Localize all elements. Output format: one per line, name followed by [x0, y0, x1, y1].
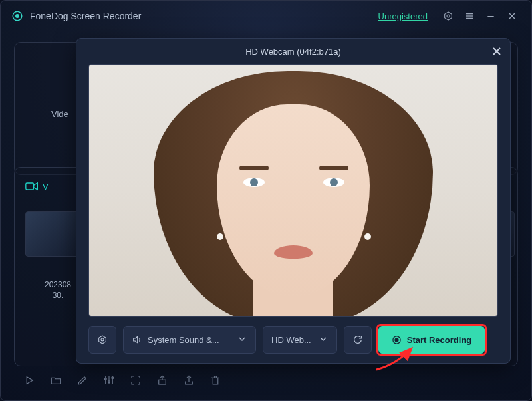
- webcam-preview: [88, 64, 498, 317]
- edit-icon[interactable]: [76, 374, 88, 386]
- refresh-button[interactable]: [344, 326, 372, 354]
- compress-icon[interactable]: [130, 374, 142, 386]
- app-window: FoneDog Screen Recorder Unregistered Vid…: [0, 0, 532, 401]
- export-icon[interactable]: [156, 374, 168, 386]
- svg-point-1: [16, 15, 19, 18]
- trash-icon[interactable]: [209, 374, 221, 386]
- minimize-button[interactable]: [482, 7, 499, 25]
- folder-icon[interactable]: [50, 374, 62, 386]
- svg-rect-10: [26, 183, 34, 190]
- webcam-modal: HD Webcam (04f2:b71a) System Sound &...: [76, 38, 511, 364]
- modal-header: HD Webcam (04f2:b71a): [76, 39, 510, 64]
- chevron-down-icon: [230, 334, 247, 346]
- play-icon[interactable]: [23, 374, 35, 386]
- unregistered-link[interactable]: Unregistered: [378, 11, 428, 21]
- share-icon[interactable]: [183, 374, 195, 386]
- menu-icon[interactable]: [461, 7, 478, 25]
- settings-button[interactable]: [88, 326, 116, 354]
- app-logo-icon: [11, 10, 23, 22]
- settings-sliders-icon[interactable]: [103, 374, 115, 386]
- svg-marker-28: [99, 336, 106, 344]
- bottom-toolbar: [14, 370, 518, 391]
- tab-video[interactable]: V: [25, 182, 49, 192]
- svg-marker-18: [27, 377, 33, 384]
- start-recording-label: Start Recording: [407, 335, 472, 345]
- modal-controls: System Sound &... HD Web... Start Record…: [76, 317, 510, 363]
- svg-rect-25: [159, 380, 166, 384]
- start-recording-button[interactable]: Start Recording: [378, 326, 485, 354]
- svg-point-29: [101, 338, 104, 341]
- chevron-down-icon: [311, 334, 329, 346]
- close-button[interactable]: [503, 7, 521, 25]
- svg-point-31: [395, 338, 398, 342]
- title-bar: FoneDog Screen Recorder Unregistered: [1, 1, 531, 31]
- svg-point-3: [447, 15, 450, 17]
- camera-device-label: HD Web...: [271, 335, 311, 345]
- tile-label-video: Vide: [51, 109, 68, 119]
- svg-marker-2: [445, 12, 452, 20]
- modal-title: HD Webcam (04f2:b71a): [245, 47, 341, 57]
- app-title: FoneDog Screen Recorder: [30, 11, 141, 21]
- close-icon[interactable]: [490, 45, 503, 58]
- audio-source-label: System Sound &...: [148, 335, 219, 345]
- settings-icon[interactable]: [440, 7, 457, 25]
- audio-source-dropdown[interactable]: System Sound &...: [123, 326, 256, 354]
- start-recording-wrap: Start Recording: [378, 326, 485, 354]
- camera-device-dropdown[interactable]: HD Web...: [263, 326, 337, 354]
